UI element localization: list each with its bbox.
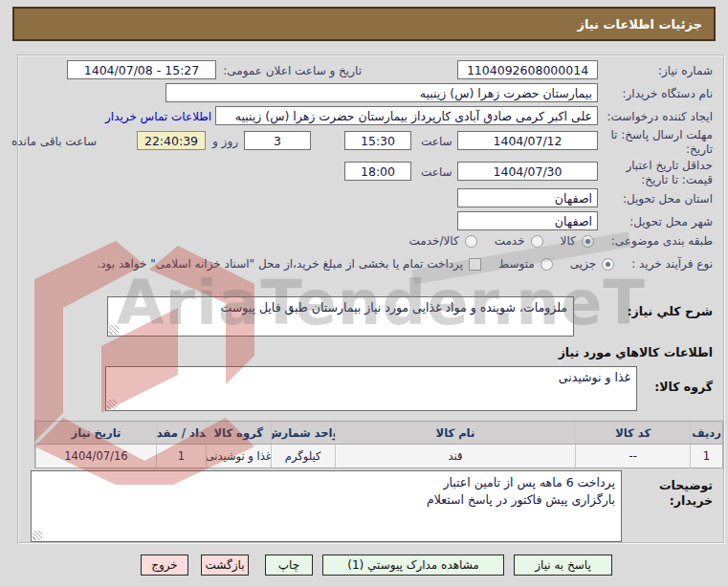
radio-option-goods-service[interactable]: کالا/خدمت [408, 234, 476, 248]
need-description-label: شرح کلي نياز: [628, 304, 713, 318]
cell-goods-code: -- [575, 445, 690, 467]
col-header-need-date: تاریخ نیاز [35, 422, 156, 445]
remaining-time-box: 22:40:39 [137, 131, 206, 150]
need-number-input[interactable]: 1104092608000014 [457, 60, 598, 79]
window-title-bar: جزئیات اطلاعات نیاز [12, 7, 716, 41]
col-header-row-number: ردیف [690, 422, 722, 445]
page-title: جزئیات اطلاعات نیاز [577, 17, 702, 32]
radio-option-goods[interactable]: کالا [561, 234, 594, 248]
back-button[interactable]: بازگشت [201, 554, 249, 576]
process-type-row: نوع فرآیند خرید : جزیی متوسط پرداخت تمام… [97, 257, 713, 271]
request-creator-input[interactable]: علی اکبر کرمی صادق آبادی کارپرداز بیمارس… [215, 106, 598, 125]
col-header-goods-name: نام کالا [335, 422, 576, 445]
process-type-label: نوع فرآیند خرید : [631, 257, 713, 271]
goods-section-title: اطلاعات کالاهاي مورد نياز [559, 345, 713, 359]
remaining-days-value: 3 [274, 134, 281, 148]
goods-group-label: گروه کالا: [654, 380, 713, 394]
reply-deadline-label: مهلت ارسال پاسخ: تا تاریخ: [600, 128, 713, 157]
radio-icon-goods-service[interactable] [465, 235, 477, 248]
cell-row-number: 1 [690, 445, 722, 467]
buyer-org-input[interactable]: بیمارستان حضرت زهرا (س) زینبیه [165, 83, 598, 102]
radio-icon-medium[interactable] [540, 258, 553, 271]
exit-button[interactable]: خروج [141, 554, 188, 576]
cell-quantity: 1 [156, 445, 206, 467]
cell-unit: کیلوگرم [271, 445, 335, 467]
reply-deadline-time-value: 15:30 [361, 134, 395, 148]
radio-icon-service[interactable] [531, 235, 543, 248]
delivery-city-label: شهر محل تحویل: [629, 215, 713, 228]
resize-handle-icon[interactable] [33, 531, 42, 540]
subject-class-label: طبقه بندی موضوعی: [611, 234, 713, 248]
resize-handle-icon[interactable] [109, 325, 119, 335]
need-details-page: جزئیات اطلاعات نیاز شماره نیاز: 11040926… [0, 0, 728, 587]
price-validity-time-input[interactable]: 18:00 [344, 162, 411, 181]
radio-label-goods-service: کالا/خدمت [408, 234, 458, 248]
view-attachments-button[interactable]: مشاهده مدارک پیوستي (1) [322, 554, 504, 576]
request-creator-value: علی اکبر کرمی صادق آبادی کارپرداز بیمارس… [235, 109, 592, 123]
col-header-goods-group: گروه کالا [206, 422, 271, 445]
request-creator-label: ایجاد کننده درخواست: [607, 110, 713, 123]
print-button[interactable]: چاپ [265, 554, 313, 576]
cell-goods-group: غذا و نوشیدنی [206, 445, 271, 467]
remaining-time-value: 22:40:39 [144, 134, 198, 148]
delivery-province-label: استان محل تحویل: [623, 192, 713, 206]
treasury-checkbox-icon[interactable] [469, 258, 481, 271]
radio-label-minor: جزیی [570, 257, 596, 271]
treasury-checkbox-option[interactable]: پرداخت تمام یا بخشی از مبلغ خرید،از محل … [97, 257, 481, 271]
resize-handle-icon[interactable] [107, 400, 117, 409]
col-header-unit: واحد شمارش [271, 422, 335, 445]
radio-label-service: خدمت [495, 234, 525, 248]
need-description-textarea[interactable]: ملزومات، شوینده و مواد غذایی مورد نیاز ب… [107, 296, 574, 337]
delivery-city-input[interactable]: اصفهان [457, 211, 598, 230]
buyer-contact-link[interactable]: اطلاعات تماس خریدار [105, 110, 211, 123]
table-row: 1 -- قند کیلوگرم غذا و نوشیدنی 1 1404/07… [35, 445, 722, 467]
col-header-goods-code: کد کالا [575, 422, 690, 445]
radio-label-medium: متوسط [498, 257, 535, 271]
reply-deadline-time-input[interactable]: 15:30 [344, 131, 411, 150]
buyer-org-label: نام دستگاه خریدار: [623, 87, 714, 100]
price-validity-label: حداقل تاریخ اعتبار قیمت: تا تاریخ: [600, 159, 713, 187]
treasury-checkbox-label: پرداخت تمام یا بخشی از مبلغ خرید،از محل … [97, 257, 463, 271]
buyer-notes-label: توضيحات خريدار: [653, 478, 713, 508]
validity-hour-label: ساعت [421, 165, 452, 179]
respond-to-need-button[interactable]: پاسخ به نیاز [514, 554, 612, 576]
radio-icon-goods[interactable] [582, 235, 594, 248]
radio-option-medium[interactable]: متوسط [498, 257, 553, 271]
col-header-quantity: تعداد / مقدار [156, 422, 206, 445]
goods-table: ردیف کد کالا نام کالا واحد شمارش گروه کا… [34, 421, 723, 468]
price-validity-time-value: 18:00 [361, 164, 395, 179]
radio-option-minor[interactable]: جزیی [570, 257, 614, 271]
delivery-province-input[interactable]: اصفهان [457, 188, 598, 207]
announce-datetime-label: تاریخ و ساعت اعلان عمومی: [223, 64, 362, 77]
reply-hour-label: ساعت [421, 135, 452, 148]
buyer-notes-textarea[interactable]: پرداخت 6 ماهه پس از تامین اعتبار بارگزار… [31, 470, 622, 542]
delivery-city-value: اصفهان [555, 214, 592, 228]
price-validity-date-input[interactable]: 1404/07/30 [457, 162, 598, 181]
table-header-row: ردیف کد کالا نام کالا واحد شمارش گروه کا… [35, 422, 722, 445]
remaining-days-input[interactable]: 3 [244, 131, 311, 150]
radio-option-service[interactable]: خدمت [495, 234, 543, 248]
reply-deadline-date-value: 1404/07/12 [493, 134, 562, 148]
announce-datetime-value: 1404/07/08 - 15:27 [84, 63, 200, 77]
remaining-days-label: روز و [212, 135, 238, 148]
cell-need-date: 1404/07/16 [35, 445, 156, 467]
price-validity-date-value: 1404/07/30 [493, 164, 562, 179]
need-description-value: ملزومات، شوینده و مواد غذایی مورد نیاز ب… [220, 300, 567, 315]
delivery-province-value: اصفهان [555, 191, 592, 206]
buyer-org-value: بیمارستان حضرت زهرا (س) زینبیه [420, 86, 592, 100]
cell-goods-name: قند [335, 445, 576, 467]
reply-deadline-date-input[interactable]: 1404/07/12 [457, 131, 598, 150]
goods-group-textarea[interactable]: غذا و نوشیدنی [105, 366, 637, 411]
subject-class-row: طبقه بندی موضوعی: کالا خدمت کالا/خدمت [408, 234, 713, 248]
remaining-time-label: ساعت باقی مانده [11, 135, 97, 148]
radio-label-goods: کالا [561, 234, 576, 248]
need-number-label: شماره نیاز: [658, 64, 713, 77]
goods-group-value: غذا و نوشیدنی [559, 370, 630, 384]
need-number-value: 1104092608000014 [467, 63, 588, 77]
announce-datetime-input[interactable]: 1404/07/08 - 15:27 [67, 60, 216, 79]
radio-icon-minor[interactable] [602, 258, 614, 271]
buyer-notes-value: پرداخت 6 ماهه پس از تامین اعتبار بارگزار… [427, 475, 615, 507]
